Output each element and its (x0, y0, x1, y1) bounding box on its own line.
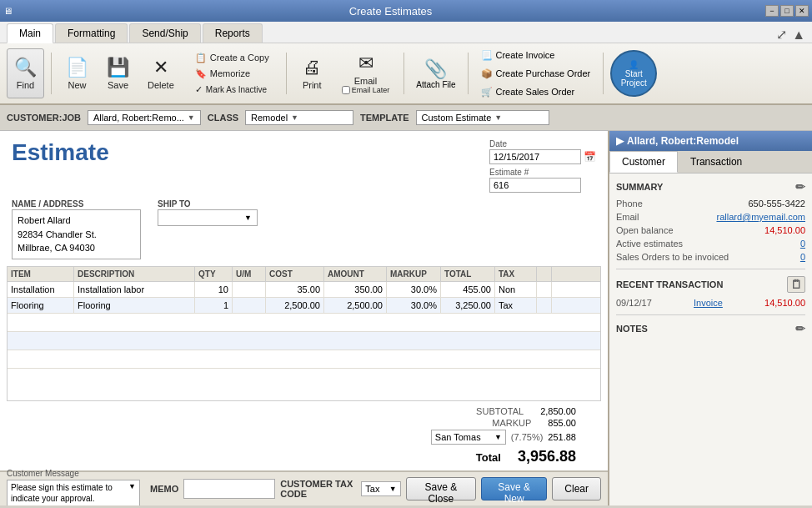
row1-total: 455.00 (441, 282, 495, 297)
table-row-empty-3[interactable] (8, 350, 600, 369)
totals-area: SUBTOTAL 2,850.00 MARKUP 855.00 San Toma… (0, 401, 608, 470)
row1-um (233, 282, 266, 297)
date-input[interactable] (489, 149, 581, 164)
template-value: Custom Estimate (422, 113, 492, 123)
customer-tax-code-dropdown[interactable]: Tax ▼ (361, 481, 400, 496)
save-button[interactable]: 💾 Save (99, 48, 137, 98)
col-item: ITEM (8, 267, 74, 281)
sales-orders-label: Sales Orders to be invoiced (616, 252, 729, 262)
tab-main[interactable]: Main (7, 23, 53, 43)
title-bar: 🖥 Create Estimates − □ ✕ (0, 0, 812, 22)
window-controls[interactable]: − □ ✕ (765, 5, 809, 17)
footer: Customer Message Please sign this estima… (0, 470, 608, 505)
mark-inactive-button[interactable]: ✓ Mark As Inactive (189, 82, 273, 98)
create-sales-icon: 🛒 (481, 87, 493, 98)
memo-label: MEMO (150, 484, 178, 494)
find-button[interactable]: 🔍 Find (7, 48, 44, 98)
sep1 (51, 53, 52, 94)
markup-label: MARKUP (492, 418, 531, 428)
row2-amount: 2,500.00 (324, 298, 387, 313)
active-estimates-row: Active estimates 0 (616, 239, 805, 249)
panel-tabs: Customer Transaction (609, 151, 812, 174)
expand-icon[interactable]: ⤢ (776, 27, 787, 43)
sep5 (603, 53, 604, 94)
name-address-box[interactable]: Robert Allard 92834 Chandler St. Millbra… (12, 209, 141, 259)
tab-customer[interactable]: Customer (609, 151, 678, 173)
panel-content: SUMMARY ✏ Phone 650-555-3422 Email ralla… (609, 174, 812, 505)
ship-to-label: Ship To (158, 199, 191, 209)
clear-button[interactable]: Clear (552, 477, 601, 500)
col-um: U/M (233, 267, 266, 281)
panel-divider-2 (616, 314, 805, 315)
class-arrow: ▼ (291, 113, 298, 122)
save-close-button[interactable]: Save & Close (406, 477, 476, 500)
attach-button[interactable]: 📎 Attach File (411, 48, 460, 98)
find-icon: 🔍 (14, 57, 37, 78)
estimate-header: Estimate Date 📅 Estimate # (0, 131, 608, 198)
mark-inactive-label: Mark As Inactive (206, 85, 267, 94)
calendar-icon[interactable]: 📅 (584, 151, 596, 163)
create-purchase-button[interactable]: 📦 Create Purchase Order (475, 66, 597, 82)
memorize-button[interactable]: 🔖 Memorize (189, 66, 256, 82)
collapse-icon[interactable]: ▲ (792, 28, 805, 43)
memo-input[interactable] (183, 479, 275, 499)
table-row-empty-1[interactable] (8, 314, 600, 332)
customer-job-arrow: ▼ (188, 113, 195, 122)
create-sales-button[interactable]: 🛒 Create Sales Order (475, 84, 597, 100)
message-section: Customer Message Please sign this estima… (7, 469, 140, 506)
email-button[interactable]: ✉ Email Email Later (334, 48, 398, 98)
template-arrow: ▼ (494, 113, 502, 122)
create-invoice-button[interactable]: 📃 Create Invoice (475, 48, 597, 63)
customer-message-dropdown[interactable]: Please sign this estimate toindicate you… (7, 480, 140, 506)
email-later-checkbox[interactable] (342, 86, 350, 94)
class-value: Remodel (251, 113, 288, 123)
row2-desc: Flooring (74, 298, 195, 313)
customer-job-dropdown[interactable]: Allard, Robert:Remo... ▼ (88, 110, 201, 125)
right-panel: ▶ Allard, Robert:Remodel Customer Transa… (608, 131, 812, 505)
col-tax: TAX (495, 267, 537, 281)
tab-formatting[interactable]: Formatting (55, 23, 128, 43)
close-button[interactable]: ✕ (795, 5, 809, 17)
new-button[interactable]: 📄 New (58, 48, 96, 98)
minimize-button[interactable]: − (765, 5, 779, 17)
restore-button[interactable]: □ (780, 5, 794, 17)
tab-transaction[interactable]: Transaction (678, 151, 754, 173)
delete-button[interactable]: ✕ Delete (140, 48, 182, 98)
create-purchase-label: Create Purchase Order (496, 68, 591, 78)
ship-to-arrow[interactable]: ▼ (244, 214, 252, 222)
estimate-num-input[interactable] (489, 178, 581, 193)
find-label: Find (17, 80, 34, 90)
start-project-button[interactable]: 👤 Start Project (610, 50, 657, 97)
open-balance-row: Open balance 14,510.00 (616, 225, 805, 235)
ribbon-tab-icons: ⤢ ▲ (776, 27, 812, 43)
date-field: Date 📅 (489, 139, 596, 164)
template-dropdown[interactable]: Custom Estimate ▼ (416, 110, 549, 125)
summary-title-text: SUMMARY (616, 182, 663, 192)
email-value[interactable]: rallard@myemail.com (716, 212, 805, 222)
customer-bar: CUSTOMER:JOB Allard, Robert:Remo... ▼ CL… (0, 105, 812, 131)
address-ship-row: Name / Address Robert Allard 92834 Chand… (0, 198, 608, 259)
active-estimates-value[interactable]: 0 (800, 239, 805, 249)
notes-edit-icon[interactable]: ✏ (795, 322, 805, 335)
phone-label: Phone (616, 199, 643, 209)
save-new-button[interactable]: Save & New (481, 477, 547, 500)
tax-location-dropdown[interactable]: San Tomas ▼ (431, 430, 506, 445)
table-row[interactable]: Installation Installation labor 10 35.00… (8, 282, 600, 298)
recent-transaction-icon[interactable]: 🗒 (787, 276, 805, 293)
sales-orders-value[interactable]: 0 (800, 252, 805, 262)
table-row-empty-2[interactable] (8, 332, 600, 350)
class-dropdown[interactable]: Remodel ▼ (245, 110, 353, 125)
table-row[interactable]: Flooring Flooring 1 2,500.00 2,500.00 30… (8, 298, 600, 314)
recent-type[interactable]: Invoice (694, 298, 723, 308)
tab-sendship[interactable]: Send/Ship (129, 23, 200, 43)
create-copy-icon: 📋 (195, 53, 207, 63)
recent-row: 09/12/17 Invoice 14,510.00 (616, 298, 805, 308)
open-balance-label: Open balance (616, 225, 674, 235)
tab-reports[interactable]: Reports (203, 23, 263, 43)
panel-divider-1 (616, 269, 805, 269)
print-button[interactable]: 🖨 Print (293, 48, 331, 98)
create-copy-button[interactable]: 📋 Create a Copy (189, 50, 275, 66)
ship-to-box[interactable]: ▼ (158, 209, 258, 226)
tax-location-arrow: ▼ (494, 433, 502, 441)
summary-edit-icon[interactable]: ✏ (795, 180, 805, 194)
